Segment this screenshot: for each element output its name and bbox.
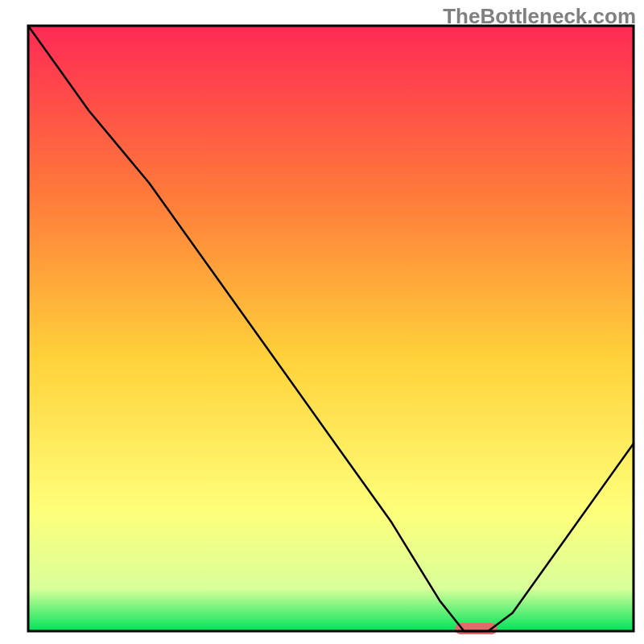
watermark-text: TheBottleneck.com xyxy=(443,4,636,29)
plot-background xyxy=(28,26,634,631)
chart-stage: TheBottleneck.com xyxy=(0,0,644,644)
bottleneck-curve-chart xyxy=(0,0,644,644)
